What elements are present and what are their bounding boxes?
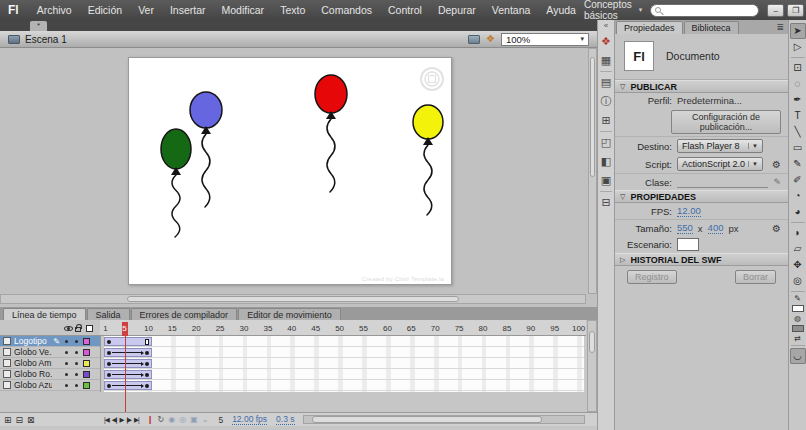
tab-biblioteca[interactable]: Biblioteca (684, 21, 739, 34)
edit-multiple-frames-button[interactable]: ▣ (190, 414, 198, 426)
edit-pencil-icon[interactable]: ✎ (773, 177, 781, 187)
clear-button[interactable]: Borrar (735, 270, 776, 284)
menu-comandos[interactable]: Comandos (313, 0, 380, 20)
library-panel-icon[interactable]: ⊟ (598, 193, 614, 212)
layer-lock-cell[interactable] (71, 351, 81, 354)
red-balloon[interactable] (315, 75, 347, 192)
log-button[interactable]: Registro (627, 270, 677, 284)
layer-row-logotipo[interactable]: Logotipo✎ (0, 336, 100, 347)
selection-tool[interactable]: ➤ (790, 23, 806, 39)
wrench-icon[interactable]: ⚙ (772, 159, 781, 170)
stage-color-swatch[interactable] (677, 238, 699, 251)
layer-visibility-cell[interactable] (61, 384, 71, 387)
rectangle-tool[interactable]: ▭ (790, 140, 806, 156)
new-layer-button[interactable]: ⊞ (4, 414, 12, 426)
components-grid-icon[interactable]: ▦ (598, 51, 614, 70)
menu-edicion[interactable]: Edición (80, 0, 130, 20)
panel-menu-icon[interactable]: ≣ (776, 22, 784, 32)
expand-panels-icon[interactable]: « (598, 20, 614, 32)
tween-span[interactable] (104, 348, 152, 357)
free-transform-tool[interactable]: ⊡ (790, 60, 806, 76)
wrench-icon[interactable]: ⚙ (772, 223, 781, 234)
layer-outline-cell[interactable] (81, 371, 91, 378)
hand-tool[interactable]: ✥ (790, 257, 806, 273)
menu-archivo[interactable]: Archivo (29, 0, 80, 20)
swap-colors-icon[interactable]: ⇄ (794, 334, 801, 343)
paint-bucket-tool[interactable]: ◕ (790, 204, 806, 220)
layer-row-globo-ve-[interactable]: Globo Ve... (0, 347, 100, 358)
search-box[interactable] (650, 4, 759, 17)
layer-lock-cell[interactable] (71, 384, 81, 387)
stage-hscroll-thumb[interactable] (127, 296, 459, 302)
menu-ventana[interactable]: Ventana (484, 0, 539, 20)
subselection-tool[interactable]: ▷ (790, 39, 806, 55)
frame-grid[interactable] (100, 336, 586, 392)
modify-markers-button[interactable]: ⌄ (202, 414, 209, 426)
snap-to-objects-toggle[interactable]: ◡ (790, 348, 806, 364)
menu-modificar[interactable]: Modificar (214, 0, 273, 20)
layer-outline-cell[interactable] (81, 338, 91, 345)
frame-row-logotipo[interactable] (101, 336, 586, 347)
menu-ayuda[interactable]: Ayuda (538, 0, 584, 20)
stage-horizontal-scrollbar[interactable] (0, 294, 586, 304)
fill-color-swatch[interactable] (792, 325, 804, 332)
frame-row-globo-ve-[interactable] (101, 347, 586, 358)
pen-tool[interactable]: ✒ (790, 92, 806, 108)
player-select[interactable]: Flash Player 8 ▼ (677, 139, 763, 153)
publish-settings-button[interactable]: Configuración de publicación... (671, 110, 781, 134)
playhead[interactable] (125, 336, 126, 412)
step-forward-button[interactable]: |▶ (126, 414, 131, 426)
timeline-vscroll-thumb[interactable] (589, 331, 595, 353)
frame-row-globo-ro-[interactable] (101, 369, 586, 380)
menu-insertar[interactable]: Insertar (162, 0, 214, 20)
eraser-tool[interactable]: ▱ (790, 241, 806, 257)
section-publicar[interactable]: ▽ PUBLICAR (615, 80, 788, 93)
tab-linea-de-tiempo[interactable]: Línea de tiempo (3, 308, 86, 320)
frame-ruler[interactable]: 1510152025303540455055606570758085909510… (100, 320, 586, 336)
menu-texto[interactable]: Texto (272, 0, 313, 20)
stage-canvas[interactable]: Created by Clivir Template.la (128, 57, 452, 285)
green-balloon[interactable] (161, 129, 191, 237)
restore-button[interactable]: ❐ (787, 4, 804, 17)
edit-symbols-icon[interactable]: ❖ (486, 34, 495, 44)
script-select[interactable]: ActionScript 2.0 ▼ (677, 157, 763, 171)
layer-outline-icon[interactable] (86, 325, 93, 332)
line-tool[interactable]: ╲ (790, 124, 806, 140)
layer-visibility-cell[interactable] (61, 373, 71, 376)
layer-visibility-cell[interactable] (61, 351, 71, 354)
layer-row-globo-am-[interactable]: Globo Am... (0, 358, 100, 369)
pencil-tool[interactable]: ✎ (790, 156, 806, 172)
blue-balloon[interactable] (190, 92, 222, 207)
scene-breadcrumb[interactable]: Escena 1 (25, 34, 67, 45)
tween-span[interactable] (104, 370, 152, 379)
section-historial[interactable]: ▷ HISTORIAL DEL SWF (615, 253, 788, 266)
layer-row-globo-azul[interactable]: Globo Azul (0, 380, 100, 391)
edit-scene-icon[interactable] (468, 35, 480, 44)
layer-lock-cell[interactable] (71, 340, 81, 343)
align-panel-icon[interactable]: ⊞ (598, 111, 614, 130)
menu-control[interactable]: Control (380, 0, 430, 20)
layer-outline-cell[interactable] (81, 349, 91, 356)
workspace-switcher[interactable]: Conceptos básicos ▾ (584, 0, 642, 21)
layer-lock-cell[interactable] (71, 373, 81, 376)
layer-row-globo-ro-[interactable]: Globo Ro... (0, 369, 100, 380)
text-tool[interactable]: T (790, 108, 806, 124)
layer-outline-cell[interactable] (81, 382, 91, 389)
layer-visibility-cell[interactable] (61, 362, 71, 365)
ink-bottle-tool[interactable]: ◔ (790, 188, 806, 204)
class-field[interactable] (677, 176, 768, 188)
center-frame-button[interactable]: ❙ (147, 414, 154, 426)
minimize-button[interactable]: – (767, 4, 784, 17)
menu-depurar[interactable]: Depurar (430, 0, 484, 20)
lock-layers-icon[interactable] (75, 327, 81, 332)
timeline-horizontal-scrollbar[interactable] (303, 415, 585, 424)
layer-outline-cell[interactable] (81, 360, 91, 367)
layer-visibility-cell[interactable] (61, 340, 71, 343)
stage-width-value[interactable]: 550 (677, 222, 693, 234)
tween-span[interactable] (104, 359, 152, 368)
zoom-tool[interactable]: ◎ (790, 273, 806, 289)
loop-button[interactable]: ↻ (157, 414, 164, 426)
tab-propiedades[interactable]: Propiedades (616, 21, 683, 34)
layer-lock-cell[interactable] (71, 362, 81, 365)
info-panel-icon[interactable]: ⓘ (598, 92, 614, 111)
